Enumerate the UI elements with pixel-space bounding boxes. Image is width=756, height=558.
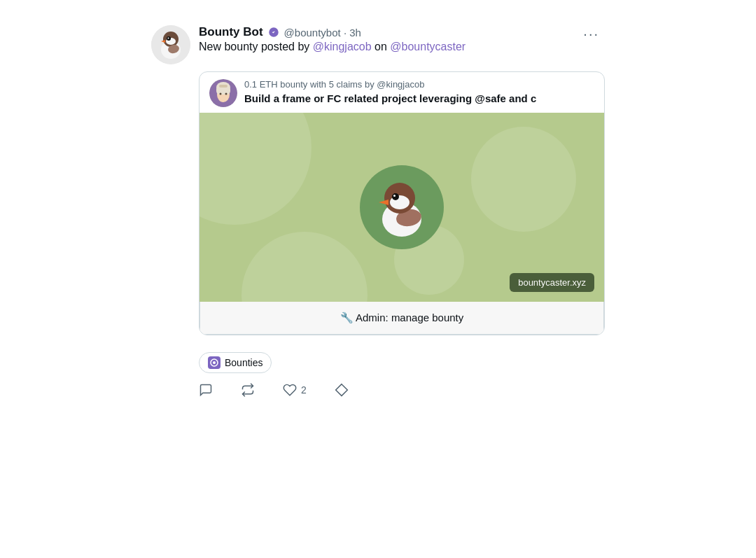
handle-time: @bountybot · 3h (284, 27, 361, 39)
reply-button[interactable] (199, 383, 213, 397)
reply-icon (199, 383, 213, 397)
admin-manage-button[interactable]: 🔧 Admin: manage bounty (200, 302, 604, 335)
svg-point-19 (392, 193, 399, 200)
banner-url-badge: bountycaster.xyz (510, 273, 594, 292)
bounties-tag-icon (208, 356, 220, 369)
post-body: 0.1 ETH bounty with 5 claims by @kingjac… (199, 71, 605, 397)
quoted-text: Build a frame or FC related project leve… (244, 92, 594, 106)
svg-point-20 (393, 195, 396, 197)
bounty-banner: bountycaster.xyz (200, 113, 604, 302)
avatar[interactable] (151, 25, 190, 64)
svg-point-23 (213, 361, 216, 364)
recast-icon (241, 383, 255, 397)
svg-marker-24 (335, 384, 347, 396)
svg-rect-12 (219, 85, 227, 88)
action-bar: 2 (199, 380, 605, 397)
bounties-tag-label: Bounties (225, 357, 262, 368)
like-count: 2 (301, 384, 307, 396)
quoted-content: 0.1 ETH bounty with 5 claims by @kingjac… (244, 79, 594, 106)
bounties-tag[interactable]: Bounties (199, 352, 272, 373)
svg-marker-21 (379, 200, 388, 205)
svg-point-14 (225, 93, 227, 95)
post-meta: Bounty Bot @bountybot · 3h New bounty po… (199, 25, 465, 53)
quoted-header: 0.1 ETH bounty with 5 claims by @kingjac… (200, 72, 604, 113)
banner-bird-logo (360, 165, 444, 249)
more-options-button[interactable]: ··· (578, 24, 605, 43)
quoted-meta: 0.1 ETH bounty with 5 claims by @kingjac… (244, 79, 594, 90)
svg-point-13 (220, 93, 222, 95)
like-button[interactable]: 2 (283, 383, 307, 397)
quoted-avatar (209, 79, 237, 107)
recast-button[interactable] (241, 383, 255, 397)
bountycaster-link[interactable]: @bountycaster (390, 41, 465, 53)
bookmark-button[interactable] (335, 383, 349, 397)
svg-point-5 (168, 38, 169, 39)
post-description: New bounty posted by @kingjacob on @boun… (199, 41, 465, 53)
post-header-left: Bounty Bot @bountybot · 3h New bounty po… (151, 25, 465, 64)
post-header: Bounty Bot @bountybot · 3h New bounty po… (151, 25, 605, 64)
quoted-post[interactable]: 0.1 ETH bounty with 5 claims by @kingjac… (199, 71, 605, 335)
kingjacob-link[interactable]: @kingjacob (313, 41, 372, 53)
heart-icon (283, 383, 297, 397)
username[interactable]: Bounty Bot (199, 25, 263, 39)
diamond-icon (335, 383, 349, 397)
post-card: Bounty Bot @bountybot · 3h New bounty po… (140, 14, 616, 405)
verified-icon (267, 26, 280, 39)
post-meta-top: Bounty Bot @bountybot · 3h (199, 25, 465, 39)
